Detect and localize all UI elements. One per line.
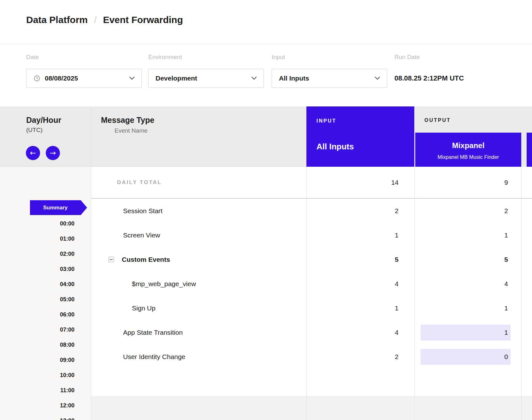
run-date-label: Run Date (394, 54, 464, 61)
daily-total-label: DAILY TOTAL (91, 167, 306, 198)
input-dropdown[interactable]: All Inputs (272, 69, 387, 88)
chevron-down-icon (375, 77, 380, 80)
hour-label[interactable]: 02:00 (0, 246, 74, 261)
row-name: Session Start (91, 199, 306, 223)
environment-filter: Environment Development (148, 54, 264, 88)
daily-total-output-value: 9 (414, 167, 521, 198)
highlighted-output-value[interactable]: 0 (421, 349, 511, 365)
nav-forward-button[interactable]: → (46, 146, 60, 160)
nav-back-button[interactable]: ← (26, 146, 40, 160)
grid-footer-area (91, 396, 532, 420)
row-input-value: 5 (306, 247, 414, 272)
day-hour-subtitle: (UTC) (26, 127, 61, 134)
breadcrumb: Data Platform / Event Forwarding (0, 0, 532, 44)
page-title: Event Forwarding (103, 15, 183, 25)
environment-dropdown[interactable]: Development (148, 69, 264, 88)
hour-label[interactable]: 01:00 (0, 231, 74, 246)
output-node-subtitle: Mixpanel MB Music Finder (415, 154, 521, 160)
table-row: User Identity Change 2 0 (91, 345, 532, 369)
hour-label[interactable]: 10:00 (0, 368, 74, 383)
row-output-value: 2 (414, 199, 521, 223)
row-output-cell: 0 (414, 345, 521, 369)
row-name: $mp_web_page_view (91, 272, 306, 296)
daily-total-input-value: 14 (306, 167, 414, 198)
row-name: Custom Events (91, 247, 306, 272)
date-filter: Date 08/08/2025 (26, 54, 142, 88)
row-output-value: 1 (414, 296, 521, 320)
hour-label[interactable]: 05:00 (0, 292, 74, 307)
hour-label[interactable]: 04:00 (0, 277, 74, 292)
run-date-value: 08.08.25 2:12PM UTC (394, 69, 464, 88)
hour-label[interactable]: 08:00 (0, 337, 74, 352)
date-dropdown[interactable]: 08/08/2025 (26, 69, 142, 88)
message-type-title: Message Type (101, 115, 154, 125)
row-input-value: 1 (306, 223, 414, 247)
row-input-value: 4 (306, 320, 414, 345)
column-divider (414, 167, 415, 420)
table-row: Screen View 1 1 (91, 223, 532, 247)
hour-label[interactable]: 11:00 (0, 383, 74, 398)
row-output-value: 1 (414, 223, 521, 247)
hour-label[interactable]: 13:00 (0, 413, 74, 420)
event-rows: Session Start 2 2 Screen View 1 1 Custom… (91, 199, 532, 369)
input-filter-label: Input (272, 54, 387, 61)
hour-label[interactable]: 00:00 (0, 216, 74, 231)
hour-label[interactable]: 07:00 (0, 322, 74, 337)
breadcrumb-separator: / (94, 15, 97, 25)
table-row: Custom Events 5 5 (91, 247, 532, 272)
hour-label[interactable]: 03:00 (0, 261, 74, 277)
row-output-cell: 1 (414, 320, 521, 345)
grid-body: DAILY TOTAL 14 9 Session Start 2 2 Scree… (91, 167, 532, 420)
column-divider (306, 167, 307, 420)
day-navigation: ← → (26, 146, 60, 160)
table-row: Session Start 2 2 (91, 199, 532, 223)
output-node-header[interactable]: Mixpanel Mixpanel MB Music Finder (415, 133, 521, 167)
date-filter-label: Date (26, 54, 142, 61)
breadcrumb-section[interactable]: Data Platform (26, 15, 88, 25)
clock-icon (33, 75, 40, 82)
output-node-title: Mixpanel (415, 141, 521, 150)
row-input-value: 1 (306, 296, 414, 320)
run-date: Run Date 08.08.25 2:12PM UTC (394, 54, 464, 88)
day-hour-header: Day/Hour (UTC) (26, 115, 61, 134)
output-column-label: OUTPUT (424, 117, 451, 123)
hour-list: 00:00 01:00 02:00 03:00 04:00 05:00 06:0… (0, 216, 74, 420)
highlighted-output-value[interactable]: 1 (421, 325, 511, 340)
table-row: Sign Up 1 1 (91, 296, 532, 320)
daily-total-row: DAILY TOTAL 14 9 (91, 167, 532, 199)
environment-value: Development (156, 75, 197, 82)
input-column-title: All Inputs (316, 142, 414, 152)
date-value: 08/08/2025 (45, 75, 78, 82)
message-type-subtitle: Event Name (115, 127, 154, 134)
row-input-value: 4 (306, 272, 414, 296)
hour-label[interactable]: 06:00 (0, 307, 74, 322)
filter-bar: Date 08/08/2025 Environment Development (0, 44, 532, 106)
input-column-header[interactable]: INPUT All Inputs (306, 106, 414, 167)
collapse-icon[interactable] (109, 257, 114, 262)
output-value: 1 (504, 329, 508, 336)
day-hour-sidebar: Summary 00:00 01:00 02:00 03:00 04:00 05… (0, 167, 91, 420)
chevron-down-icon (129, 77, 134, 80)
row-name-text: Custom Events (122, 256, 170, 263)
input-value: All Inputs (279, 75, 309, 82)
arrow-right-icon: → (50, 149, 56, 157)
output-node-header-partial[interactable] (527, 133, 532, 167)
input-column-label: INPUT (316, 118, 414, 124)
row-input-value: 2 (306, 199, 414, 223)
summary-badge[interactable]: Summary (30, 200, 87, 215)
row-name: Sign Up (91, 296, 306, 320)
row-name: Screen View (91, 223, 306, 247)
column-divider (521, 167, 522, 420)
input-filter: Input All Inputs (272, 54, 387, 88)
row-output-value: 4 (414, 272, 521, 296)
hour-label[interactable]: 09:00 (0, 352, 74, 368)
row-input-value: 2 (306, 345, 414, 369)
environment-filter-label: Environment (148, 54, 264, 61)
row-output-value: 5 (414, 247, 521, 272)
table-row: App State Transition 4 1 (91, 320, 532, 345)
row-name: App State Transition (91, 320, 306, 345)
arrow-left-icon: ← (30, 149, 36, 157)
day-hour-title: Day/Hour (26, 115, 61, 125)
hour-label[interactable]: 12:00 (0, 398, 74, 413)
message-type-header: Message Type Event Name (101, 115, 154, 134)
